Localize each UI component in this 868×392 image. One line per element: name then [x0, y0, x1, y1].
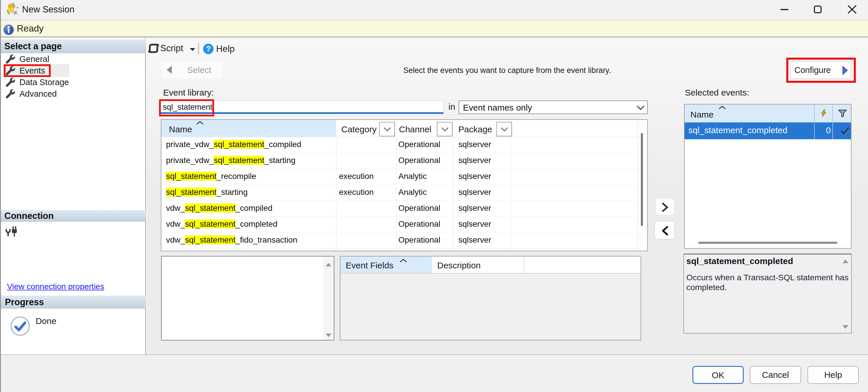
svg-text:?: ?: [206, 44, 211, 53]
